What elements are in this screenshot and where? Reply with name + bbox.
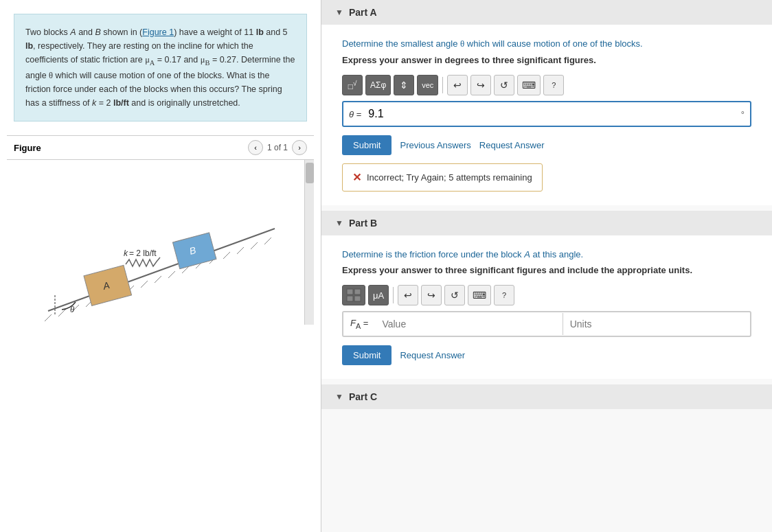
mu-btn[interactable]: μΑ <box>368 285 389 305</box>
sqrt-btn[interactable]: □√ <box>342 75 363 95</box>
part-a-error-msg: ✕ Incorrect; Try Again; 5 attempts remai… <box>342 163 543 192</box>
part-b-label: Part B <box>349 218 377 229</box>
svg-line-2 <box>58 310 65 316</box>
block-a-label: A <box>70 27 76 37</box>
part-b-units-input[interactable] <box>563 313 750 335</box>
reset-btn-b[interactable]: ↺ <box>444 285 465 305</box>
keyboard-btn-b[interactable]: ⌨ <box>468 285 491 305</box>
block-b-label: B <box>95 27 100 37</box>
part-a-answer-unit: ° <box>741 109 745 119</box>
figure-title: Figure <box>14 143 41 153</box>
grid-btn[interactable] <box>342 285 365 305</box>
part-a-section: ▼ Part A Determine the smallest angle θ … <box>321 0 772 205</box>
error-text: Incorrect; Try Again; 5 attempts remaini… <box>367 172 532 183</box>
svg-line-9 <box>155 276 161 283</box>
part-b-toolbar: μΑ ↩ ↪ ↺ ⌨ ? <box>342 285 751 305</box>
part-a-question: Determine the smallest angle θ which wil… <box>342 38 751 49</box>
part-a-arrow: ▼ <box>335 8 343 17</box>
svg-rect-27 <box>354 289 361 294</box>
redo-btn[interactable]: ↪ <box>470 75 491 95</box>
arrows-btn[interactable]: ⇕ <box>394 75 414 95</box>
svg-text:θ: θ <box>70 304 75 314</box>
part-a-answer-label: θ = <box>349 109 361 119</box>
part-a-submit-btn[interactable]: Submit <box>342 135 391 155</box>
svg-line-15 <box>237 247 244 254</box>
sigma-btn[interactable]: ΑΣφ <box>365 75 391 95</box>
part-c-arrow: ▼ <box>335 392 343 402</box>
part-b-instruction: Express your answer to three significant… <box>342 265 751 275</box>
svg-line-17 <box>264 238 271 244</box>
svg-line-1 <box>45 314 52 321</box>
part-a-request-answer-link[interactable]: Request Answer <box>479 140 545 150</box>
svg-text:= 2 lb/ft: = 2 lb/ft <box>129 248 157 258</box>
toolbar-separator <box>442 77 443 93</box>
figure-header: Figure ‹ 1 of 1 › <box>7 135 314 160</box>
help-btn-b[interactable]: ? <box>494 285 514 305</box>
part-a-toolbar: □√ ΑΣφ ⇕ vec ↩ ↪ ↺ ⌨ ? <box>342 75 751 95</box>
svg-rect-26 <box>347 289 353 294</box>
figure-next-btn[interactable]: › <box>292 140 307 155</box>
part-b-value-input[interactable] <box>375 313 563 335</box>
part-b-action-row: Submit Request Answer <box>342 345 751 365</box>
part-b-answer-label: FA = <box>343 312 375 336</box>
keyboard-btn[interactable]: ⌨ <box>517 75 541 95</box>
svg-rect-28 <box>347 296 353 301</box>
part-a-action-row: Submit Previous Answers Request Answer <box>342 135 751 155</box>
vec-btn[interactable]: vec <box>417 75 438 95</box>
part-b-arrow: ▼ <box>335 218 343 228</box>
part-b-question: Determine is the friction force under th… <box>342 249 751 259</box>
svg-line-0 <box>48 229 275 311</box>
part-a-instruction: Express your answer in degrees to three … <box>342 55 751 65</box>
figure-section: Figure ‹ 1 of 1 › <box>0 135 321 532</box>
figure-svg: A B k = 2 lb/ft <box>7 160 302 325</box>
grid-icon <box>346 288 361 302</box>
part-b-answer-row: FA = <box>342 311 751 337</box>
part-c-section: ▼ Part C <box>321 384 772 409</box>
figure-prev-btn[interactable]: ‹ <box>248 140 263 155</box>
part-a-body: Determine the smallest angle θ which wil… <box>321 25 772 205</box>
part-b-submit-btn[interactable]: Submit <box>342 345 391 365</box>
left-panel: Two blocks A and B shown in (Figure 1) h… <box>0 0 321 532</box>
part-a-answer-input[interactable] <box>365 105 738 123</box>
svg-rect-29 <box>354 296 361 301</box>
part-b-header[interactable]: ▼ Part B <box>321 211 772 235</box>
part-a-prev-answers-link[interactable]: Previous Answers <box>400 140 470 150</box>
svg-line-10 <box>168 271 175 278</box>
figure-link[interactable]: Figure 1 <box>142 27 174 37</box>
svg-line-14 <box>223 252 230 259</box>
redo-btn-b[interactable]: ↪ <box>421 285 442 305</box>
part-a-label: Part A <box>349 7 377 18</box>
svg-line-16 <box>251 242 258 249</box>
problem-text: Two blocks A and B shown in (Figure 1) h… <box>14 14 307 122</box>
svg-line-8 <box>141 281 148 288</box>
part-b-body: Determine is the friction force under th… <box>321 235 772 379</box>
figure-page-text: 1 of 1 <box>267 143 288 152</box>
part-b-request-answer-link[interactable]: Request Answer <box>400 350 465 360</box>
part-c-header[interactable]: ▼ Part C <box>321 384 772 409</box>
part-a-header[interactable]: ▼ Part A <box>321 0 772 25</box>
undo-btn[interactable]: ↩ <box>447 75 468 95</box>
help-btn-a[interactable]: ? <box>543 75 564 95</box>
error-x-icon: ✕ <box>352 171 361 184</box>
figure-drawing: A B k = 2 lb/ft <box>7 160 304 325</box>
part-b-section: ▼ Part B Determine is the friction force… <box>321 211 772 379</box>
undo-btn-b[interactable]: ↩ <box>398 285 418 305</box>
toolbar-separator-b <box>393 287 394 303</box>
reset-btn[interactable]: ↺ <box>494 75 514 95</box>
figure-nav: ‹ 1 of 1 › <box>248 140 307 155</box>
right-panel: ▼ Part A Determine the smallest angle θ … <box>321 0 772 532</box>
part-a-answer-row: θ = ° <box>342 101 751 127</box>
part-c-label: Part C <box>349 391 377 402</box>
svg-text:k: k <box>124 248 128 258</box>
